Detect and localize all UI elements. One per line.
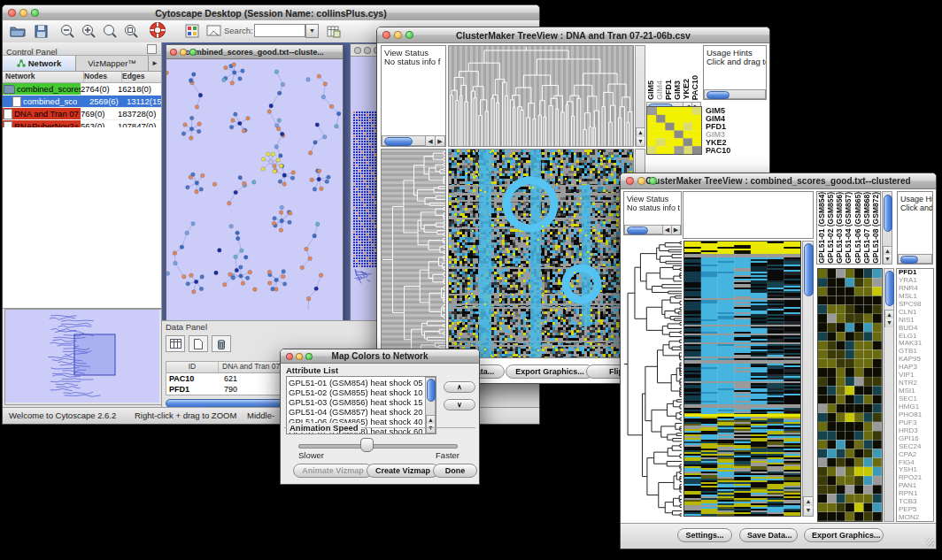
tv1-hints-hscrollbar[interactable] — [704, 89, 766, 99]
annotation-icon[interactable] — [204, 22, 223, 40]
help-ring-icon[interactable] — [148, 21, 167, 39]
dialog-titlebar[interactable]: Map Colors to Network — [281, 349, 479, 364]
gene-label[interactable]: MON2 — [899, 514, 933, 522]
save-data-button[interactable]: Save Data... — [739, 528, 798, 542]
tv1-column-dendrogram[interactable] — [448, 45, 634, 147]
minimize-button[interactable] — [19, 9, 27, 17]
network-row[interactable]: combined_scores 2764(0) 16218(0) — [3, 83, 161, 96]
zoom-in-icon[interactable] — [79, 22, 98, 40]
tv2-labels-vscrollbar[interactable]: ▲ ▼ — [882, 191, 892, 265]
treeview1-titlebar[interactable]: ClusterMaker TreeView : DNA and Tran 07-… — [377, 27, 769, 43]
close-button[interactable] — [8, 9, 16, 17]
column-label[interactable]: GPL51-01 (GSM854) — [817, 192, 826, 264]
column-label[interactable]: GPL51-02 (GSM855) — [826, 192, 835, 264]
scroll-up-icon: ▲ — [636, 127, 645, 136]
export-graphics-button[interactable]: Export Graphics... — [804, 528, 884, 542]
import-table-icon[interactable] — [323, 22, 343, 40]
network-row[interactable]: DNA and Tran 07 769(0) 183728(0) — [3, 108, 161, 120]
tv1-status-hscrollbar[interactable]: ◀ ▶ — [382, 135, 445, 146]
close-button[interactable] — [286, 353, 293, 360]
tv1-main-heatmap[interactable] — [448, 149, 634, 358]
float-panel-icon[interactable] — [147, 44, 157, 54]
tv2-zoom-heatmap[interactable] — [817, 268, 883, 522]
col-network: Network — [3, 72, 84, 82]
row-label[interactable]: PAC10 — [706, 147, 764, 155]
close-button[interactable] — [382, 31, 390, 39]
tv2-row-dendrogram[interactable] — [623, 241, 682, 517]
tv1-export-graphics-button[interactable]: Export Graphics... — [506, 364, 594, 379]
vizmap-icon[interactable] — [182, 22, 202, 40]
tv1-zoom-heatmap[interactable] — [646, 106, 702, 155]
search-input[interactable] — [254, 24, 305, 37]
save-icon[interactable] — [31, 22, 50, 40]
table-icon[interactable] — [166, 335, 185, 352]
settings-button[interactable]: Settings... — [677, 528, 732, 542]
new-document-icon[interactable] — [189, 335, 208, 352]
treeview2-titlebar[interactable]: ClusterMaker TreeView : combined_scores_… — [621, 173, 936, 189]
minimize-button[interactable] — [637, 177, 645, 185]
treeview2-title: ClusterMaker TreeView : combined_scores_… — [621, 176, 936, 186]
done-button[interactable]: Done — [433, 464, 477, 478]
animate-vizmap-button[interactable]: Animate Vizmap — [293, 464, 373, 478]
column-label[interactable]: GIM5 — [646, 81, 655, 100]
tv2-hints-hscrollbar[interactable] — [898, 254, 932, 264]
column-label[interactable]: PFD1 — [664, 80, 673, 100]
birdseye-view[interactable] — [4, 309, 162, 405]
attribute-item[interactable]: GPL51-04 (GSM857) heat shock 20 min — [289, 407, 434, 417]
network-canvas[interactable] — [166, 45, 341, 310]
zoom-selected-icon[interactable] — [121, 22, 141, 40]
tv1-row-dendrogram[interactable] — [381, 149, 446, 358]
close-button[interactable] — [626, 177, 634, 185]
resize-grip[interactable] — [925, 538, 934, 547]
column-label[interactable]: GPL51-04 (GSM857) — [844, 192, 853, 264]
close-button[interactable] — [170, 49, 177, 56]
column-label[interactable]: YKE2 — [682, 79, 691, 100]
tv2-global-heatmap[interactable] — [683, 241, 801, 517]
scroll-left-icon[interactable]: ◀ — [425, 136, 435, 146]
tab-vizmapper[interactable]: VizMapper™ — [76, 56, 148, 71]
create-vizmap-button[interactable]: Create Vizmap — [367, 464, 439, 478]
tv1-column-labels: GIM5GIM4PFD1GIM3YKE2PAC10 — [646, 45, 701, 100]
minimize-button[interactable] — [394, 31, 402, 39]
move-down-button[interactable]: ∨ — [444, 399, 475, 410]
minimize-button[interactable] — [180, 49, 187, 56]
minimize-button[interactable] — [364, 47, 371, 54]
attribute-item[interactable]: GPL51-01 (GSM854) heat shock 05 min — [289, 378, 434, 387]
attribute-item[interactable]: GPL51-03 (GSM856) heat shock 15 min — [289, 397, 434, 407]
animation-slider-track[interactable] — [298, 444, 458, 449]
tv2-gene-vscrollbar[interactable]: ▲ ▼ — [884, 268, 894, 522]
tv1-top-vscroll[interactable]: ▲ ▼ — [635, 45, 645, 147]
close-button[interactable] — [354, 47, 361, 54]
search-dropdown-icon[interactable]: ▼ — [305, 24, 319, 38]
move-up-button[interactable]: ∧ — [444, 381, 475, 393]
attribute-item[interactable]: GPL51-02 (GSM855) heat shock 10 min — [289, 387, 434, 397]
zoom-button[interactable] — [405, 31, 413, 39]
tab-network[interactable]: Network — [3, 56, 76, 71]
open-icon[interactable] — [8, 22, 27, 40]
animation-slider-thumb[interactable] — [360, 438, 374, 452]
zoom-button[interactable] — [305, 353, 313, 360]
column-label[interactable]: GPL51-03 (GSM856) — [835, 192, 844, 264]
zoom-button[interactable] — [649, 177, 657, 185]
column-label[interactable]: GPL51-06 (GSM865) — [853, 192, 862, 264]
scroll-right-icon[interactable]: ▶ — [435, 136, 444, 146]
minimize-button[interactable] — [296, 353, 303, 360]
column-label[interactable]: GIM3 — [673, 81, 682, 100]
column-label[interactable]: GIM4 — [655, 81, 664, 100]
tv2-status-hscrollbar[interactable]: ◀ ▶ — [624, 225, 681, 234]
zoom-button[interactable] — [189, 49, 197, 56]
column-label[interactable]: PAC10 — [691, 75, 699, 100]
tab-overflow-arrow[interactable]: ► — [148, 56, 161, 71]
network-row[interactable]: combined_sco 2569(6) 13112(15) — [3, 96, 161, 108]
network-view-window[interactable]: combined_scores_good.txt--cluste... — [166, 44, 344, 325]
tv2-column-dendrogram[interactable] — [683, 191, 814, 239]
trash-icon[interactable] — [212, 335, 231, 352]
main-titlebar[interactable]: Cytoscape Desktop (Session Name: collins… — [3, 5, 539, 21]
zoom-button[interactable] — [31, 9, 39, 17]
column-label[interactable]: GPL51-08 (GSM872) — [871, 192, 880, 264]
zoom-fit-icon[interactable] — [100, 22, 120, 40]
attribute-list-vscrollbar[interactable]: ▲ ▼ — [425, 377, 436, 433]
zoom-out-icon[interactable] — [58, 22, 77, 40]
column-label[interactable]: GPL51-07 (GSM868) — [862, 192, 871, 264]
tv2-heat-vscrollbar[interactable]: ▲ ▼ — [802, 241, 814, 517]
